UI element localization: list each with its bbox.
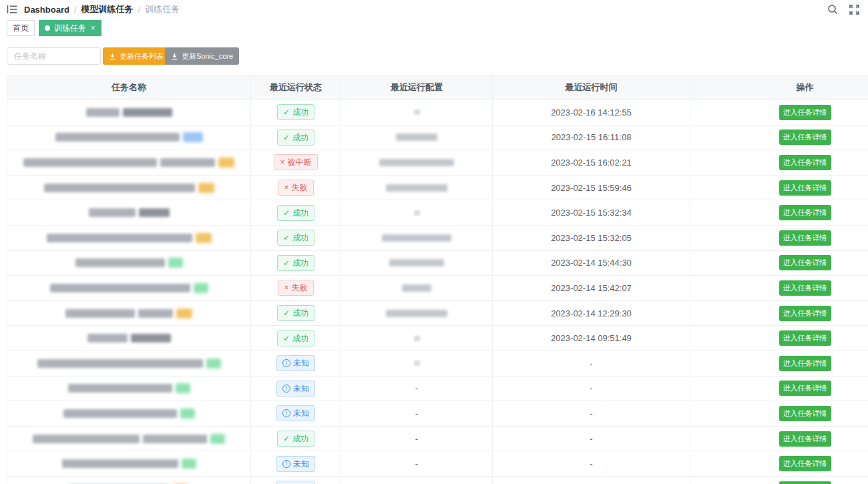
cell-last-config: - — [341, 377, 493, 401]
column-header-last-time: 最近运行时间 — [566, 81, 618, 93]
task-name-redacted — [50, 284, 190, 292]
task-detail-button[interactable]: 进入任务详情 — [779, 130, 831, 145]
table-row: !未知-进入任务详情 — [7, 351, 868, 377]
task-detail-button[interactable]: 进入任务详情 — [779, 356, 831, 371]
status-badge-success: ✓成功 — [277, 104, 314, 120]
task-detail-button[interactable]: 进入任务详情 — [779, 481, 831, 484]
task-detail-button[interactable]: 进入任务详情 — [779, 431, 831, 447]
cell-task-name — [7, 401, 251, 426]
cell-task-name — [7, 351, 251, 376]
cell-last-run-time: - — [493, 351, 690, 376]
task-detail-button[interactable]: 进入任务详情 — [779, 155, 831, 170]
task-name-redacted — [89, 208, 136, 217]
cell-actions: 进入任务详情 — [690, 326, 868, 350]
config-redacted — [386, 184, 447, 192]
cell-last-config — [341, 150, 493, 175]
cell-task-name — [7, 150, 251, 175]
cell-actions: 进入任务详情 — [690, 176, 868, 200]
cell-last-run-time: - — [493, 427, 690, 451]
status-label: 成功 — [292, 209, 308, 217]
run-time: - — [590, 358, 592, 369]
run-time: 2023-02-14 12:29:30 — [551, 308, 632, 318]
task-detail-button[interactable]: 进入任务详情 — [779, 381, 831, 396]
status-badge-success: ✓成功 — [277, 431, 314, 447]
task-detail-button[interactable]: 进入任务详情 — [779, 406, 831, 421]
cell-last-status: ×被中断 — [251, 150, 341, 175]
status-label: 成功 — [292, 334, 308, 342]
table-row: !未知--进入任务详情 — [7, 477, 868, 484]
cell-last-config — [341, 301, 493, 326]
task-detail-button[interactable]: 进入任务详情 — [779, 230, 831, 246]
cell-last-status: ✓成功 — [251, 200, 341, 225]
cell-last-status: ✓成功 — [251, 226, 341, 250]
column-header-last-config: 最近运行配置 — [391, 81, 443, 93]
cell-last-run-time: - — [493, 401, 690, 426]
breadcrumb: Dashboard / 模型训练任务 / 训练任务 — [24, 3, 180, 15]
task-detail-button[interactable]: 进入任务详情 — [779, 255, 831, 270]
close-icon[interactable]: × — [91, 24, 95, 32]
task-detail-button[interactable]: 进入任务详情 — [779, 180, 831, 196]
cell-last-run-time: 2023-02-15 15:32:34 — [493, 200, 690, 225]
run-time: 2023-02-15 16:11:08 — [552, 132, 632, 142]
config-redacted — [389, 259, 444, 266]
sidebar-toggle-icon[interactable] — [5, 3, 19, 16]
fullscreen-icon[interactable] — [848, 3, 860, 15]
config-redacted — [396, 134, 437, 141]
table-row: ✓成功2023-02-14 09:51:49进入任务详情 — [7, 326, 868, 351]
run-time: - — [590, 383, 592, 393]
status-label: 成功 — [292, 435, 308, 443]
table-header-row: 任务名称 最近运行状态 最近运行配置 最近运行时间 操作 — [7, 75, 868, 100]
task-name-input[interactable] — [7, 47, 101, 65]
search-icon[interactable] — [827, 3, 839, 15]
tasks-table: 任务名称 最近运行状态 最近运行配置 最近运行时间 操作 ✓成功2023-02-… — [7, 75, 868, 484]
cell-last-run-time: - — [493, 477, 690, 484]
run-time: 2023-02-15 15:59:46 — [551, 183, 632, 193]
status-interrupted-icon: × — [280, 158, 284, 166]
task-name-redacted — [86, 108, 120, 117]
status-badge-success: ✓成功 — [277, 305, 314, 321]
cell-last-status: !未知 — [251, 477, 341, 484]
task-name-redacted — [123, 108, 172, 117]
status-badge-unknown: !未知 — [276, 355, 315, 371]
cell-last-run-time: 2023-02-16 14:12:55 — [493, 100, 690, 125]
cell-task-name — [7, 451, 251, 476]
breadcrumb-model-training[interactable]: 模型训练任务 — [81, 3, 134, 15]
task-detail-button[interactable]: 进入任务详情 — [779, 330, 831, 346]
cell-last-config — [341, 126, 493, 150]
task-detail-button[interactable]: 进入任务详情 — [779, 280, 831, 296]
cell-task-name — [7, 200, 251, 225]
status-unknown-icon: ! — [282, 385, 290, 393]
task-detail-button[interactable]: 进入任务详情 — [779, 456, 831, 471]
update-task-list-button[interactable]: 更新任务列表 — [103, 47, 170, 65]
config-redacted-dot — [414, 210, 420, 216]
cell-last-run-time: - — [493, 451, 690, 476]
cell-last-config: - — [341, 477, 493, 484]
status-success-icon: ✓ — [283, 259, 290, 267]
status-label: 失败 — [292, 184, 308, 192]
breadcrumb-dashboard[interactable]: Dashboard — [24, 5, 69, 15]
run-time: 2023-02-15 15:32:05 — [551, 233, 632, 243]
task-tag-blue — [183, 132, 203, 142]
table-row: ✓成功2023-02-14 12:29:30进入任务详情 — [7, 301, 868, 326]
status-badge-unknown: !未知 — [276, 381, 315, 397]
run-time: 2023-02-15 15:32:34 — [551, 208, 632, 218]
task-detail-button[interactable]: 进入任务详情 — [779, 306, 831, 321]
cell-last-run-time: 2023-02-15 16:02:21 — [493, 150, 690, 175]
cell-last-run-time: 2023-02-14 12:29:30 — [493, 301, 690, 326]
cell-actions: 进入任务详情 — [690, 100, 868, 125]
update-sonic-core-button[interactable]: 更新Sonic_core — [165, 47, 239, 65]
tab-training-tasks[interactable]: 训练任务 × — [39, 20, 101, 36]
cell-actions: 进入任务详情 — [690, 477, 868, 484]
task-name-redacted — [23, 158, 157, 167]
table-row: !未知--进入任务详情 — [7, 401, 868, 427]
status-label: 未知 — [293, 385, 309, 393]
cell-task-name — [7, 477, 251, 484]
task-detail-button[interactable]: 进入任务详情 — [779, 205, 831, 220]
status-label: 成功 — [292, 108, 308, 116]
tab-home[interactable]: 首页 — [7, 20, 35, 36]
task-detail-button[interactable]: 进入任务详情 — [779, 105, 831, 120]
task-name-redacted — [33, 435, 140, 443]
cell-task-name — [7, 226, 251, 250]
breadcrumb-separator: / — [138, 5, 141, 15]
table-row: ✓成功2023-02-15 16:11:08进入任务详情 — [7, 126, 868, 151]
